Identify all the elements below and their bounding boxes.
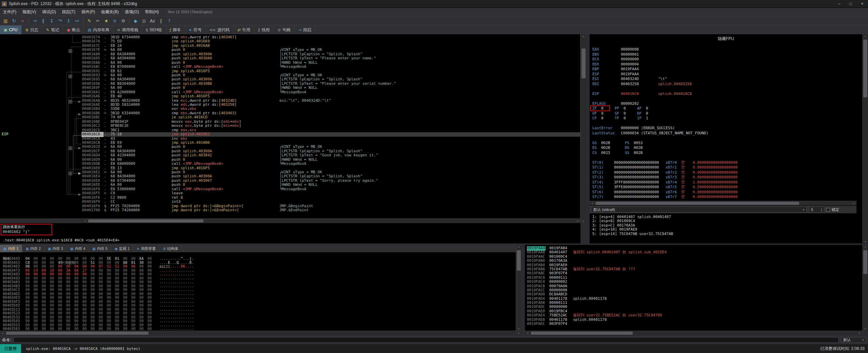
- disasm-row[interactable]: 00401695.68 0A304000push splish.40300A│L…: [0, 77, 580, 81]
- stop-icon[interactable]: ×: [18, 17, 27, 24]
- disasm-row[interactable]: 004016E4.68 0A304000push splish.40300A│L…: [0, 174, 580, 178]
- menu-debug[interactable]: 调试(D): [39, 8, 59, 16]
- stack-row[interactable]: 0019FAE475BE52AC返回到 user32.75BE52AC 自 us…: [525, 313, 862, 317]
- disasm-vscrollbar[interactable]: ▴ ▾: [580, 34, 586, 223]
- step-out-icon[interactable]: ↥: [64, 17, 73, 24]
- dump-tab-struct[interactable]: ⊞结构体: [160, 245, 182, 252]
- disasm-row[interactable]: 004016DB.E8 68000000call <JMP.&MessageBo…: [0, 162, 580, 166]
- tab-breakpoints[interactable]: ●断点: [63, 25, 84, 34]
- dump-row[interactable]: 004034C300000000000000000000000000000000…: [0, 288, 516, 292]
- fpu-hscrollbar[interactable]: ◂ ▸: [590, 201, 856, 205]
- register-line[interactable]: [592, 96, 861, 101]
- register-line[interactable]: CS0023SS002B: [592, 151, 861, 156]
- stack-row[interactable]: 0019FAD800000111: [525, 301, 862, 305]
- dump-row[interactable]: 0040348300000000000000000000000000000000…: [0, 272, 516, 276]
- argument-row[interactable]: 5: [esp+14] 75C047AB user32.75C047AB: [592, 232, 862, 236]
- graph-icon[interactable]: ◆: [131, 17, 140, 24]
- stack-row[interactable]: 0019FAEC003F07F4: [525, 322, 862, 326]
- threads-icon[interactable]: ∥: [157, 17, 165, 24]
- dump-tab-locals[interactable]: ≡局部变量: [133, 245, 159, 252]
- disasm-row[interactable]: 004016EE.6A 00push 0│HWND hWnd = NULL: [0, 183, 580, 187]
- menu-trace[interactable]: 跟踪(T): [59, 8, 78, 16]
- menu-favourites[interactable]: 收藏夹(B): [98, 8, 122, 16]
- register-line[interactable]: LastError00000000 (ERROR_SUCCESS): [592, 126, 861, 131]
- stack-row[interactable]: 0019FAE800401178splish.00401178: [525, 318, 862, 322]
- disasm-row[interactable]: 004016A6.EB 4Djmp splish.4016F5: [0, 94, 580, 98]
- command-profile-select[interactable]: 默认 ▾: [841, 337, 866, 343]
- command-input[interactable]: [13, 337, 839, 343]
- register-line[interactable]: ST(0)00000000000000000000x87r0空0.0000000…: [592, 160, 861, 165]
- register-line[interactable]: CF0TF0IF1: [592, 116, 861, 121]
- calculator-icon[interactable]: π: [111, 17, 119, 24]
- calling-convention-select[interactable]: 默认 (stdcall) ▾: [591, 207, 807, 213]
- stack-pane[interactable]: 0019FAA40019FAB40019FAA800401407返回到 spli…: [525, 245, 862, 331]
- register-line[interactable]: EAX00000008: [592, 47, 861, 52]
- registers-vscrollbar[interactable]: ▴ ▾: [862, 34, 868, 243]
- run-to-cursor-icon[interactable]: ↦: [73, 17, 81, 24]
- register-line[interactable]: EDI00403258splish.00403258: [592, 82, 861, 87]
- menu-view[interactable]: 视图(V): [19, 8, 39, 16]
- dump-row[interactable]: 0040350300000000000000000000000000000000…: [0, 303, 516, 308]
- favorites-star-icon[interactable]: ★: [102, 17, 111, 24]
- stack-vscrollbar[interactable]: ▴ ▾: [862, 245, 868, 331]
- restart-icon[interactable]: ↻: [10, 17, 18, 24]
- dump-row[interactable]: 004034630800000009000A0A0A07525209060000…: [0, 264, 516, 269]
- registers-pane[interactable]: 隐藏FPU EAX00000008EBX00000001ECX00000000E…: [590, 34, 862, 243]
- stack-row[interactable]: 0019FABC003F07F4: [525, 271, 862, 275]
- stack-row[interactable]: 0019FAA800401407返回到 splish.00401407 自 sp…: [525, 250, 862, 254]
- step-over-icon[interactable]: ↷: [56, 17, 64, 24]
- maximize-button[interactable]: □: [845, 0, 856, 7]
- stack-row[interactable]: 0019FAD0DC8AABCD: [525, 292, 862, 296]
- minimize-button[interactable]: –: [833, 0, 845, 7]
- register-line[interactable]: ST(4)3FFF8000000000000000x87r4空1.0000000…: [592, 180, 861, 185]
- tab-source[interactable]: <>源代码: [206, 25, 234, 34]
- register-line[interactable]: ST(6)00000000000000000000x87r6空0.0000000…: [592, 190, 861, 195]
- dump-pane[interactable]: ▦内存 1▦内存 2▦内存 3▦内存 4▦内存 5◉监视 1≡局部变量⊞结构体 …: [0, 245, 516, 331]
- disasm-row[interactable]: 004016B4.33DBxor ebx,ebx: [0, 107, 580, 111]
- stack-row[interactable]: 0019FAAC001009C4: [525, 255, 862, 259]
- disasm-row[interactable]: 00401700$FF25 74204000jmp dword ptr ds:[…: [0, 208, 580, 212]
- register-line[interactable]: EIP004016C8splish.004016C8: [592, 92, 861, 97]
- stack-row[interactable]: 0019FACC00000000: [525, 288, 862, 292]
- register-line[interactable]: GS002BFS0053: [592, 141, 861, 146]
- register-line[interactable]: EDX00000004: [592, 62, 861, 67]
- tab-trace[interactable]: →跟踪: [295, 25, 315, 34]
- argument-row[interactable]: 2: [esp+8] 001009C4: [592, 219, 862, 223]
- snippets-icon[interactable]: ✂: [94, 17, 102, 24]
- disassembly-pane[interactable]: 00401674.3B1D 67344000cmp ebx,dword ptr …: [0, 34, 580, 218]
- dump-hscrollbar[interactable]: ◂ ▸: [0, 331, 521, 335]
- dump-tab-watch-1[interactable]: ◉监视 1: [111, 245, 133, 252]
- stack-row[interactable]: 0019FAC000000111: [525, 276, 862, 280]
- dump-tab-memory-1[interactable]: ▦内存 1: [0, 245, 22, 252]
- stack-hscrollbar[interactable]: ◂ ▸: [525, 331, 862, 335]
- register-line[interactable]: EBP0019FAA4: [592, 67, 861, 72]
- disasm-row[interactable]: 004016F5>C9leave: [0, 191, 580, 195]
- register-line[interactable]: ST(5)3FFE8000000000000000x87r5空0.5000000…: [592, 185, 861, 190]
- dump-row[interactable]: 0040354300000000000000000000000000000000…: [0, 319, 516, 323]
- disasm-row[interactable]: 0040167E>6A 00push 0┌UINT uType = MB_OK: [0, 48, 580, 52]
- tab-log[interactable]: ≣日志: [22, 25, 42, 34]
- tab-symbols[interactable]: ∗符号: [185, 25, 205, 34]
- disasm-row[interactable]: 004016CD>6A 00push 0┌UINT uType = MB_OK: [0, 145, 580, 149]
- tab-cpu[interactable]: ▣CPU: [0, 25, 22, 34]
- stack-row[interactable]: 0019FAB000170A3A: [525, 259, 862, 263]
- patch-icon[interactable]: ✎: [85, 17, 94, 24]
- dump-row[interactable]: 0040352300000000000000000000000000000000…: [0, 311, 516, 315]
- pause-icon[interactable]: ‖: [39, 17, 47, 24]
- menu-plugins[interactable]: 插件(P): [78, 8, 98, 16]
- register-line[interactable]: [592, 155, 861, 160]
- register-line[interactable]: EBX00000001: [592, 52, 861, 57]
- register-line[interactable]: ES002BDS002B: [592, 145, 861, 151]
- stack-row[interactable]: 0019FAB875C047AB返回到 user32.75C047AB 自 ??…: [525, 267, 862, 271]
- disasm-row[interactable]: EIP004016C8.75 18jne splish.4016E2: [0, 132, 580, 136]
- disasm-row[interactable]: 0040169F.6A 00push 0│HWND hWnd = NULL: [0, 86, 580, 90]
- argument-row[interactable]: 4: [esp+10] 0019FAE0: [592, 228, 862, 232]
- register-line[interactable]: ST(3)00000000000000000000x87r3空0.0000000…: [592, 175, 861, 180]
- tab-seh[interactable]: §SEH链: [142, 25, 166, 34]
- register-line[interactable]: ST(1)00000000000000000000x87r1空0.0000000…: [592, 165, 861, 170]
- menu-file[interactable]: 文件(F): [0, 8, 19, 16]
- dump-tab-memory-4[interactable]: ▦内存 4: [67, 245, 89, 252]
- tab-memory-map[interactable]: ▤内存布局: [84, 25, 113, 34]
- tab-script[interactable]: ƒ脚本: [166, 25, 185, 34]
- run-icon[interactable]: →: [31, 17, 39, 24]
